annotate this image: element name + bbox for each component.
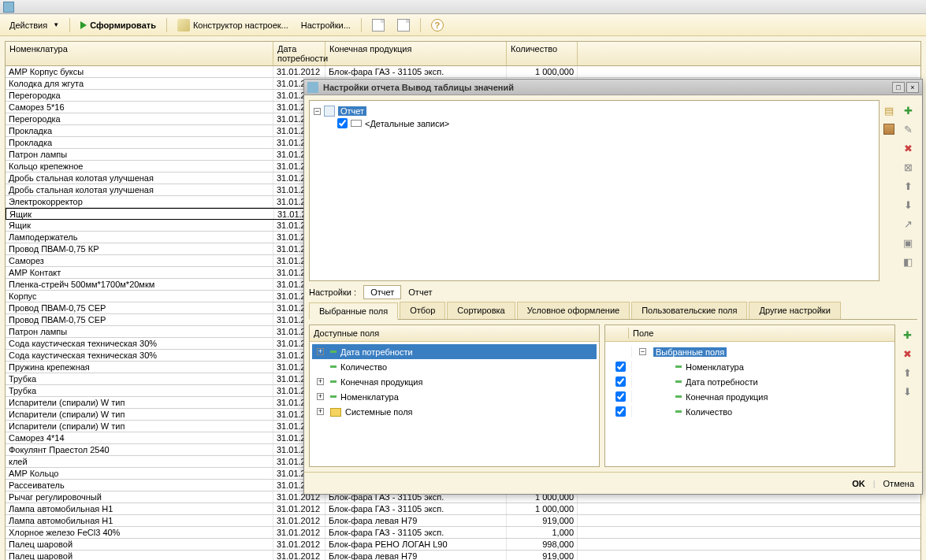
actions-menu[interactable]: Действия ▼ (5, 18, 64, 32)
available-field[interactable]: +Системные поля (312, 404, 597, 419)
misc-icon[interactable]: ◧ (901, 254, 915, 269)
cell-nomenclature: Испарители (спирали) W тип (6, 409, 273, 420)
table-row[interactable]: Палец шаровой31.01.2012Блок-фара левая Н… (6, 551, 920, 560)
table-row[interactable]: AMP Корпус буксы31.01.2012Блок-фара ГАЗ … (6, 66, 920, 78)
cell-qty: 998,000 (507, 539, 578, 550)
constructor-button[interactable]: Конструктор настроек... (173, 17, 293, 34)
available-field[interactable]: +Конечная продукция (312, 374, 597, 389)
table-row[interactable]: Хлорное железо FeCl3 40%31.01.2012Блок-ф… (6, 527, 920, 539)
header-qty[interactable]: Количество (507, 42, 578, 65)
tab-1[interactable]: Отбор (400, 302, 445, 319)
settings-button[interactable]: Настройки... (296, 18, 355, 32)
field-check[interactable] (615, 391, 626, 402)
constructor-label: Конструктор настроек... (193, 20, 288, 30)
book-icon[interactable] (882, 122, 896, 136)
dialog-body: − Отчет <Детальные записи> ▤ ✚ ✎ ✖ ⊠ (304, 95, 922, 472)
available-body[interactable]: +Дата потребностиКоличество+Конечная про… (310, 342, 599, 466)
field-icon (330, 380, 337, 383)
field-check[interactable] (615, 406, 626, 417)
tab-4[interactable]: Пользовательские поля (631, 302, 747, 319)
add-icon[interactable]: ✚ (901, 103, 915, 117)
cell-product: Блок-фара левая Н79 (325, 515, 507, 526)
dropdown-arrow-icon: ▼ (53, 21, 59, 28)
add-field-icon[interactable]: ✚ (900, 328, 914, 342)
collect-icon[interactable]: ▣ (901, 235, 915, 250)
move-up-icon[interactable]: ⬆ (901, 179, 915, 193)
stack-icon[interactable]: ▤ (882, 103, 896, 117)
available-field[interactable]: +Дата потребности (312, 344, 597, 359)
path-item-2[interactable]: Отчет (403, 286, 437, 299)
document-icon (397, 19, 410, 32)
generate-button[interactable]: Сформировать (76, 18, 161, 32)
window-titlebar (0, 0, 926, 14)
expand-icon[interactable]: + (317, 408, 324, 415)
path-item-1[interactable]: Отчет (363, 285, 401, 299)
tree-root[interactable]: − Отчет (314, 105, 875, 117)
report-label: Отчет (338, 106, 366, 116)
field-check[interactable] (615, 362, 626, 372)
tab-5[interactable]: Другие настройки (749, 302, 840, 319)
selected-body[interactable]: −Выбранные поляНоменклатураДата потребно… (605, 342, 894, 466)
available-field[interactable]: Количество (312, 359, 597, 374)
cell-nomenclature: Сода каустическая техническая 30% (6, 350, 273, 361)
detail-checkbox[interactable] (337, 118, 348, 128)
cell-nomenclature: Рассеиватель (6, 480, 273, 491)
cell-nomenclature: Перегородка (6, 113, 273, 124)
maximize-button[interactable]: □ (892, 82, 905, 93)
report-tree[interactable]: − Отчет <Детальные записи> (309, 100, 880, 281)
field-label: Дата потребности (340, 347, 413, 357)
table-row[interactable]: Лампа автомобильная Н131.01.2012Блок-фар… (6, 503, 920, 515)
available-panel: Доступные поля +Дата потребностиКоличест… (309, 325, 600, 467)
expand-icon[interactable]: + (317, 378, 324, 385)
tree-child[interactable]: <Детальные записи> (314, 117, 875, 129)
dialog-titlebar[interactable]: Настройки отчета Вывод таблицы значений … (304, 80, 922, 95)
cell-nomenclature: Лампа автомобильная Н1 (6, 503, 273, 514)
tree-tools: ✚ ✎ ✖ ⊠ ⬆ ⬇ ↗ ▣ ◧ (898, 100, 917, 281)
close-button[interactable]: × (906, 82, 919, 93)
cell-product: Блок-фара ГАЗ - 31105 эксп. (325, 66, 507, 77)
delete-icon[interactable]: ✖ (901, 141, 915, 155)
available-field[interactable]: +Номенклатура (312, 389, 597, 404)
field-down-icon[interactable]: ⬇ (900, 384, 914, 399)
move-down-icon[interactable]: ⬇ (901, 198, 915, 212)
cell-nomenclature: Ящик (6, 209, 274, 219)
tool-icon-1[interactable] (367, 17, 389, 34)
table-row[interactable]: Лампа автомобильная Н131.01.2012Блок-фар… (6, 515, 920, 527)
selected-field[interactable]: Конечная продукция (608, 389, 892, 404)
remove-field-icon[interactable]: ✖ (900, 347, 914, 361)
selected-field[interactable]: Количество (608, 404, 892, 419)
tab-2[interactable]: Сортировка (447, 302, 515, 319)
lock-icon[interactable]: ⊠ (901, 160, 915, 174)
collapse-icon[interactable]: − (314, 108, 321, 115)
collapse-icon[interactable]: − (639, 348, 646, 355)
field-tabs: Выбранные поляОтборСортировкаУсловное оф… (309, 302, 917, 320)
cancel-button[interactable]: Отмена (883, 479, 914, 488)
table-row[interactable]: Палец шаровой31.01.2012Блок-фара РЕНО ЛО… (6, 539, 920, 551)
tab-0[interactable]: Выбранные поля (309, 302, 398, 320)
field-header-label: Поле (629, 328, 653, 338)
selected-root[interactable]: −Выбранные поля (608, 344, 892, 359)
expand-icon[interactable]: + (317, 393, 324, 400)
cell-nomenclature: Лампа автомобильная Н1 (6, 515, 273, 526)
expand-icon[interactable]: + (317, 348, 324, 355)
cell-nomenclature: Электрокорректор (6, 196, 273, 207)
selected-field[interactable]: Дата потребности (608, 374, 892, 389)
available-header: Доступные поля (310, 325, 599, 342)
header-product[interactable]: Конечная продукция (325, 42, 507, 65)
cell-qty: 1,000 (507, 527, 578, 538)
cell-nomenclature: Палец шаровой (6, 551, 273, 560)
selected-field[interactable]: Номенклатура (608, 359, 892, 374)
header-nomenclature[interactable]: Номенклатура (6, 42, 273, 65)
tool-icon-2[interactable] (392, 17, 415, 34)
header-date[interactable]: Дата потребности (273, 42, 325, 65)
document-icon (372, 19, 385, 32)
ok-button[interactable]: OK (852, 479, 865, 488)
tab-3[interactable]: Условное оформление (517, 302, 630, 319)
cell-nomenclature: Саморез 5*16 (6, 102, 273, 113)
field-up-icon[interactable]: ⬆ (900, 365, 914, 380)
edit-icon[interactable]: ✎ (901, 122, 915, 136)
cell-nomenclature: Рычаг регулировочный (6, 491, 273, 503)
help-button[interactable]: ? (426, 17, 448, 34)
expand-icon[interactable]: ↗ (901, 217, 915, 231)
field-check[interactable] (615, 376, 626, 387)
